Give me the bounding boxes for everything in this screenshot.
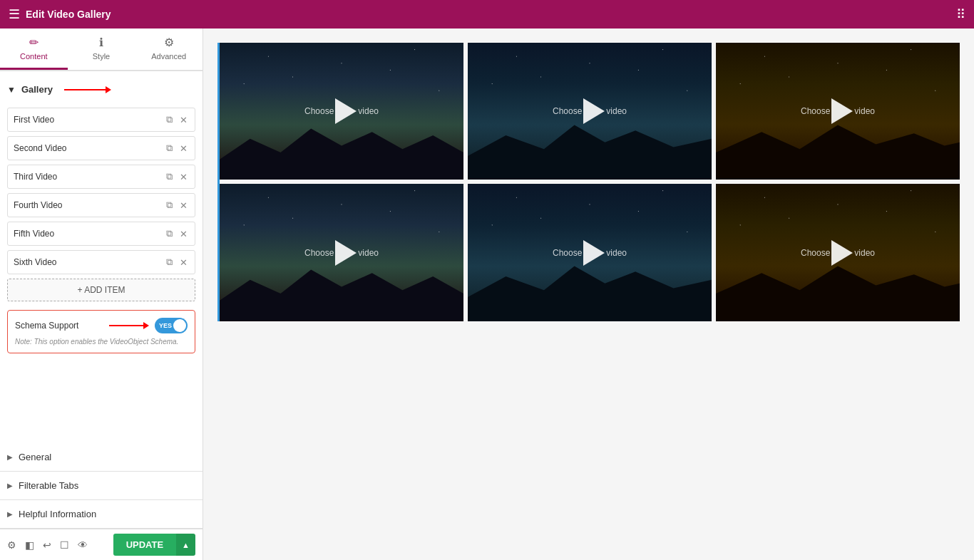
video-item-5-delete[interactable]: ✕ <box>178 227 189 241</box>
video-card-6[interactable]: Choose video <box>716 184 960 321</box>
update-button[interactable]: UPDATE <box>113 534 176 556</box>
bottom-tools: ⚙ ◧ ↩ ☐ 👁 <box>7 539 88 551</box>
video-item-4-actions: ⧉ ✕ <box>165 198 189 212</box>
main-layout: ✏ Content ℹ Style ⚙ Advanced ▼ Gallery <box>0 28 974 560</box>
video-item-5: Fifth Video ⧉ ✕ <box>7 222 195 246</box>
video-card-5[interactable]: Choose video <box>468 184 712 321</box>
responsive-icon[interactable]: ☐ <box>60 539 69 551</box>
play-icon-1 <box>335 98 357 124</box>
tab-advanced[interactable]: ⚙ Advanced <box>135 28 203 70</box>
video-item-1-actions: ⧉ ✕ <box>165 113 189 127</box>
video-text-2: video <box>606 106 627 116</box>
hamburger-icon[interactable]: ☰ <box>9 6 20 22</box>
video-items-list: First Video ⧉ ✕ Second Video ⧉ ✕ Third V… <box>7 108 195 274</box>
video-text-1: video <box>358 106 379 116</box>
video-item-2-delete[interactable]: ✕ <box>178 142 189 155</box>
gallery-section-title: Gallery <box>21 84 53 95</box>
toggle-yes-label: YES <box>159 322 172 329</box>
video-text-3: video <box>854 106 875 116</box>
helpful-info-label: Helpful Information <box>19 509 96 519</box>
tabs-container: ✏ Content ℹ Style ⚙ Advanced <box>0 28 203 71</box>
play-overlay-2: Choose video <box>553 98 627 124</box>
toggle-knob <box>173 319 186 332</box>
advanced-tab-icon: ⚙ <box>164 36 174 49</box>
filterable-tabs-section[interactable]: ▶ Filterable Tabs <box>0 472 203 500</box>
play-overlay-6: Choose video <box>801 240 875 266</box>
mountain-2 <box>468 118 712 180</box>
top-bar-title: Edit Video Gallery <box>26 9 111 20</box>
top-bar-right: ⠿ <box>956 6 965 22</box>
content-tab-icon: ✏ <box>29 36 39 49</box>
video-item-6-actions: ⧉ ✕ <box>165 255 189 269</box>
video-item-2-label: Second Video <box>14 143 165 153</box>
video-item-6-delete[interactable]: ✕ <box>178 256 189 269</box>
schema-support-toggle[interactable]: YES <box>155 318 188 333</box>
video-grid: Choose video Choose <box>220 43 960 321</box>
filterable-arrow-icon: ▶ <box>7 482 13 489</box>
video-card-4[interactable]: Choose video <box>220 184 463 321</box>
video-item-4-label: Fourth Video <box>14 200 165 210</box>
style-tab-label: Style <box>93 52 110 61</box>
general-arrow-icon: ▶ <box>7 453 13 461</box>
gallery-collapse-arrow[interactable]: ▼ <box>7 85 16 95</box>
svg-marker-2 <box>716 125 960 180</box>
video-item-3: Third Video ⧉ ✕ <box>7 165 195 189</box>
left-panel: ✏ Content ℹ Style ⚙ Advanced ▼ Gallery <box>0 28 203 560</box>
add-item-button[interactable]: + ADD ITEM <box>7 279 195 301</box>
video-text-4: video <box>358 248 379 258</box>
filterable-tabs-label: Filterable Tabs <box>19 480 78 491</box>
svg-marker-5 <box>716 266 960 321</box>
helpful-info-section[interactable]: ▶ Helpful Information <box>0 500 203 529</box>
video-text-5: video <box>606 248 627 258</box>
mountain-1 <box>220 118 463 180</box>
video-item-1-copy[interactable]: ⧉ <box>165 113 174 127</box>
play-icon-6 <box>831 240 853 266</box>
svg-marker-0 <box>220 128 463 180</box>
eye-icon[interactable]: 👁 <box>78 539 88 551</box>
layers-icon[interactable]: ◧ <box>25 539 34 551</box>
update-dropdown-button[interactable]: ▲ <box>176 534 195 556</box>
grid-icon[interactable]: ⠿ <box>956 6 965 22</box>
video-item-5-label: Fifth Video <box>14 229 165 239</box>
video-item-4-copy[interactable]: ⧉ <box>165 198 174 212</box>
video-item-6-copy[interactable]: ⧉ <box>165 255 174 269</box>
settings-icon[interactable]: ⚙ <box>7 539 16 551</box>
general-section[interactable]: ▶ General <box>0 443 203 472</box>
top-bar-left: ☰ Edit Video Gallery <box>9 6 111 22</box>
choose-text-5: Choose <box>553 248 582 258</box>
video-item-5-copy[interactable]: ⧉ <box>165 227 174 241</box>
video-item-6-label: Sixth Video <box>14 257 165 267</box>
choose-text-1: Choose <box>304 106 334 116</box>
tab-style[interactable]: ℹ Style <box>68 28 135 70</box>
content-tab-label: Content <box>20 52 48 61</box>
play-icon-5 <box>583 240 605 266</box>
video-item-1-delete[interactable]: ✕ <box>178 113 189 127</box>
video-item-4: Fourth Video ⧉ ✕ <box>7 193 195 217</box>
video-item-1: First Video ⧉ ✕ <box>7 108 195 132</box>
svg-marker-1 <box>468 125 712 180</box>
undo-icon[interactable]: ↩ <box>43 539 51 551</box>
video-card-1[interactable]: Choose video <box>220 43 463 180</box>
play-icon-3 <box>831 98 853 124</box>
choose-text-6: Choose <box>801 248 830 258</box>
gallery-section-header: ▼ Gallery <box>7 78 195 100</box>
video-item-3-copy[interactable]: ⧉ <box>165 170 174 184</box>
update-button-group: UPDATE ▲ <box>113 534 195 556</box>
video-item-4-delete[interactable]: ✕ <box>178 199 189 212</box>
video-item-3-actions: ⧉ ✕ <box>165 170 189 184</box>
video-item-3-delete[interactable]: ✕ <box>178 170 189 184</box>
video-item-2-copy[interactable]: ⧉ <box>165 141 174 155</box>
general-label: General <box>19 452 51 462</box>
video-item-1-label: First Video <box>14 115 165 125</box>
video-item-2: Second Video ⧉ ✕ <box>7 136 195 160</box>
video-card-3[interactable]: Choose video <box>716 43 960 180</box>
tab-content[interactable]: ✏ Content <box>0 28 68 70</box>
choose-text-3: Choose <box>801 106 830 116</box>
play-overlay-4: Choose video <box>304 240 379 266</box>
play-overlay-1: Choose video <box>304 98 379 124</box>
svg-marker-3 <box>220 270 463 321</box>
play-icon-2 <box>583 98 605 124</box>
schema-support-label: Schema Support <box>15 321 103 331</box>
video-card-2[interactable]: Choose video <box>468 43 712 180</box>
schema-support-row: Schema Support YES <box>15 318 188 333</box>
